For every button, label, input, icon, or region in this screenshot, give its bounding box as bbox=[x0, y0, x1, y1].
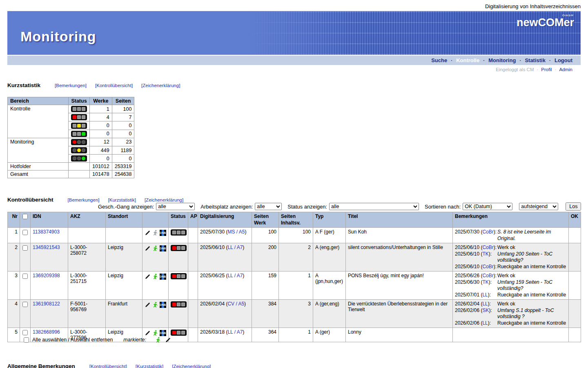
row-bemerkungen: 2025/06/10 (CoBr): Werk ok 2025/06/10 (T… bbox=[453, 243, 569, 272]
actor-link[interactable]: TK bbox=[482, 279, 488, 285]
gang-filter-label: Gesch.-Gang anzeigen: bbox=[98, 204, 154, 210]
table-footer: Alle auswählen / Auswahl entfernen marki… bbox=[24, 337, 172, 343]
kurz-link-kontrolluebersicht[interactable]: [Kontrollübersicht] bbox=[95, 83, 133, 88]
idn-link[interactable]: 1361908122 bbox=[33, 301, 60, 307]
select-all-checkbox[interactable] bbox=[24, 337, 29, 343]
kurzstatistik-title: Kurzstatistik bbox=[7, 82, 40, 88]
werke-value: 1 bbox=[90, 105, 112, 113]
actor-link[interactable]: CoBr bbox=[482, 245, 493, 250]
seiten-value: 0 bbox=[112, 155, 134, 163]
ko-link-bemerkungen[interactable]: [Bemerkungen] bbox=[68, 197, 100, 202]
traffic-light-icon bbox=[71, 131, 87, 137]
actor-link[interactable]: LL bbox=[482, 320, 488, 326]
select-all-label: Alle auswählen / Auswahl entfernen bbox=[32, 337, 113, 343]
arbeitsplatz-select[interactable]: alle bbox=[255, 203, 282, 210]
row-titel: Sun Koh bbox=[346, 228, 453, 243]
los-button[interactable]: Los bbox=[566, 202, 581, 211]
idn-link[interactable]: 1345921543 bbox=[33, 245, 60, 250]
row-checkbox[interactable] bbox=[22, 302, 28, 307]
dnb-icon[interactable]: DNB bbox=[160, 229, 166, 236]
row-checkbox[interactable] bbox=[22, 330, 28, 335]
nav-suche[interactable]: Suche bbox=[431, 57, 447, 63]
row-akz: L-3000-251715 bbox=[68, 272, 106, 300]
actor-link[interactable]: LL bbox=[482, 301, 488, 307]
row-checkbox[interactable] bbox=[22, 274, 28, 279]
remark-line: 2025/06/30 (TK): Umfang 159 Seiten - ToC… bbox=[455, 279, 566, 292]
row-typ: A F (ger) bbox=[313, 228, 346, 243]
table-row: 1 1138374903 DNB 2025/07/30 (MS / A5) 10… bbox=[8, 228, 581, 243]
dnb-icon[interactable]: DNB bbox=[160, 301, 166, 308]
sort-select[interactable]: OK (Datum) bbox=[463, 203, 512, 210]
header-akz: AKZ bbox=[68, 212, 106, 228]
admin-link[interactable]: Admin bbox=[559, 67, 572, 72]
actor-link[interactable]: CoBr bbox=[482, 273, 493, 278]
sort-direction-select[interactable]: aufsteigend bbox=[519, 203, 558, 210]
kurz-link-zeichenerklaerung[interactable]: [Zeichenerklärung] bbox=[141, 83, 180, 88]
edit-pencil-icon[interactable] bbox=[145, 301, 151, 308]
status-select[interactable]: alle bbox=[329, 203, 419, 210]
remark-line: 2025/06/26 (CoBr): Werk ok bbox=[455, 273, 566, 279]
table-row: 4 1361908122 F-5001-956769 Frankfurt DNB… bbox=[8, 300, 581, 328]
digi-link[interactable]: MS / A5 bbox=[227, 229, 245, 235]
row-checkbox[interactable] bbox=[22, 230, 28, 235]
actor-link[interactable]: CoBr bbox=[482, 229, 493, 235]
dnb-icon[interactable]: DNB bbox=[160, 273, 166, 280]
nav-kontrolle[interactable]: Kontrolle bbox=[456, 57, 479, 63]
nav-logout[interactable]: Logout bbox=[555, 57, 572, 63]
dnb-icon[interactable]: DNB bbox=[160, 245, 166, 251]
gang-select[interactable]: alle bbox=[156, 203, 195, 210]
nav-monitoring[interactable]: Monitoring bbox=[488, 57, 516, 63]
digi-link[interactable]: LL / A7 bbox=[227, 329, 243, 335]
digi-link[interactable]: CV / A5 bbox=[227, 301, 244, 307]
nav-separator: · bbox=[483, 58, 485, 63]
select-all-header-checkbox[interactable] bbox=[22, 214, 28, 219]
traffic-light-icon bbox=[71, 147, 87, 153]
row-typ: A (eng,ger) bbox=[313, 243, 346, 272]
seiten-value: 0 bbox=[112, 130, 134, 138]
profil-link[interactable]: Profil bbox=[541, 67, 552, 72]
seiten-value: 253319 bbox=[112, 163, 134, 171]
running-man-icon[interactable] bbox=[152, 229, 159, 236]
digi-date: 2026/03/18 ( bbox=[200, 329, 227, 335]
actor-link[interactable]: CoBr bbox=[482, 264, 493, 269]
nav-statistik[interactable]: Statistik bbox=[525, 57, 546, 63]
remark-line: 2025/06/10 (CoBr): Werk ok bbox=[455, 245, 566, 251]
header-seiten-inhaltsv: Seiten Inhaltsv. bbox=[279, 212, 313, 228]
row-titel: silent conversations/Unterhaltungen in S… bbox=[346, 243, 453, 272]
ab-link-zeichenerklaerung[interactable]: [Zeichenerklärung] bbox=[172, 364, 211, 368]
edit-pencil-icon[interactable] bbox=[145, 330, 151, 336]
nav-separator: · bbox=[549, 58, 551, 63]
digi-close: ) bbox=[243, 329, 244, 335]
user-bar-separator: · bbox=[555, 67, 557, 72]
running-man-icon[interactable] bbox=[155, 337, 162, 343]
digi-link[interactable]: LL / A7 bbox=[227, 273, 243, 278]
kurz-link-bemerkungen[interactable]: [Bemerkungen] bbox=[55, 83, 87, 88]
remark-line: 2026/02/06 (SK): Umfang S.1 doppelt - To… bbox=[455, 307, 566, 320]
digi-link[interactable]: LL / A7 bbox=[227, 245, 243, 250]
edit-pencil-icon[interactable] bbox=[145, 229, 151, 236]
idn-link[interactable]: 1382668996 bbox=[33, 329, 60, 335]
edit-pencil-icon[interactable] bbox=[145, 245, 151, 251]
ko-link-zeichenerklaerung[interactable]: [Zeichenerklärung] bbox=[145, 197, 183, 202]
ab-link-kontrolluebersicht[interactable]: [Kontrollübersicht] bbox=[89, 364, 127, 368]
running-man-icon[interactable] bbox=[152, 301, 159, 308]
actor-link[interactable]: LL bbox=[482, 292, 488, 298]
ab-link-kurzstatistik[interactable]: [Kurzstatistik] bbox=[136, 364, 163, 368]
running-man-icon[interactable] bbox=[152, 273, 159, 280]
idn-link[interactable]: 1369209398 bbox=[33, 273, 60, 278]
dnb-icon[interactable]: DNB bbox=[160, 330, 166, 336]
ko-link-kurzstatistik[interactable]: [Kurzstatistik] bbox=[108, 197, 136, 202]
actor-link[interactable]: TK bbox=[482, 251, 488, 257]
row-akz bbox=[68, 228, 106, 243]
row-standort bbox=[106, 228, 143, 243]
allgemeine-bemerkungen-section-head: Allgemeine Bemerkungen [Kontrollübersich… bbox=[7, 363, 211, 368]
running-man-icon[interactable] bbox=[152, 245, 159, 251]
edit-pencil-icon[interactable] bbox=[145, 273, 151, 280]
row-checkbox[interactable] bbox=[22, 245, 28, 251]
idn-link[interactable]: 1138374903 bbox=[33, 229, 60, 235]
edit-pencil-icon[interactable] bbox=[165, 337, 172, 343]
kurzstatistik-section-head: Kurzstatistik [Bemerkungen] [Kontrollübe… bbox=[7, 82, 180, 88]
header-titel: Titel bbox=[346, 212, 453, 228]
actor-link[interactable]: SK bbox=[482, 307, 489, 313]
running-man-icon[interactable] bbox=[152, 330, 159, 336]
